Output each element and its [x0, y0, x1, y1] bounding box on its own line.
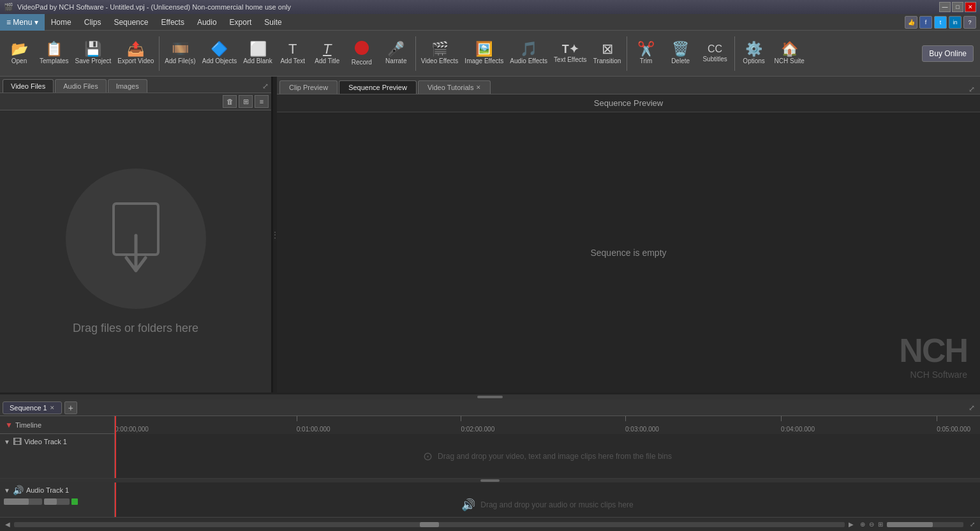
narrate-icon: 🎤 — [387, 42, 405, 56]
options-button[interactable]: ⚙️ Options — [738, 34, 771, 73]
menu-suite[interactable]: Suite — [258, 14, 288, 31]
help-button[interactable]: ? — [963, 16, 976, 29]
close-tutorials-icon[interactable]: ✕ — [476, 84, 481, 91]
video-effects-button[interactable]: 🎬 Video Effects — [419, 34, 461, 73]
ruler-mark-2: 0:02:00.000 — [461, 416, 494, 434]
trim-button[interactable]: ✂️ Trim — [630, 34, 663, 73]
audio-volume-slider[interactable] — [4, 498, 42, 505]
sequence-tab-1[interactable]: Sequence 1 ✕ — [3, 401, 62, 414]
preview-title: Sequence Preview — [277, 94, 980, 112]
trim-icon: ✂️ — [637, 42, 655, 56]
drop-text: Drag files or folders here — [73, 322, 198, 335]
timeline-scroll-right-icon[interactable]: ▶ — [849, 521, 854, 528]
export-video-button[interactable]: 📤 Export Video — [115, 34, 156, 73]
tab-video-files[interactable]: Video Files — [3, 79, 54, 93]
timeline-scrollbar[interactable] — [14, 522, 845, 527]
timeline-expand-icon[interactable]: ⤢ — [970, 521, 975, 528]
buy-online-container: Buy Online — [922, 45, 977, 62]
menu-export[interactable]: Export — [223, 14, 258, 31]
separator-1 — [159, 36, 160, 71]
ruler-mark-1: 0:01:00.000 — [297, 416, 330, 434]
nch-suite-button[interactable]: 🏠 NCH Suite — [772, 34, 807, 73]
save-project-button[interactable]: 💾 Save Project — [73, 34, 114, 73]
timeline-zoom-in-icon[interactable]: ⊕ — [860, 521, 865, 528]
audio-track-hint-icon: 🔊 — [461, 498, 475, 512]
audio-track-content: 🔊 Drag and drop your audio or music clip… — [115, 482, 980, 517]
ruler-mark-5: 0:05:00.000 — [937, 416, 970, 434]
narrate-label: Narrate — [385, 57, 406, 64]
delete-button[interactable]: 🗑️ Delete — [664, 34, 697, 73]
save-project-label: Save Project — [75, 57, 112, 64]
tab-sequence-preview[interactable]: Sequence Preview — [339, 80, 417, 94]
timeline-ruler: 0:00:00,000 0:01:00.000 0:02:00.000 0:03… — [115, 416, 980, 434]
timeline-scroll-left-icon[interactable]: ◀ — [5, 521, 10, 528]
menu-home[interactable]: Home — [45, 14, 78, 31]
linkedin-button[interactable]: in — [949, 16, 961, 29]
file-bin-toolbar: 🗑 ⊞ ≡ — [0, 93, 271, 110]
video-track-top: ▼ 🎞 Video Track 1 — [4, 437, 110, 447]
resize-dots — [477, 396, 503, 398]
buy-online-button[interactable]: Buy Online — [922, 45, 974, 62]
separator-3 — [627, 36, 627, 71]
thumbs-button[interactable]: 👍 — [905, 16, 917, 29]
resize-handle-vertical[interactable] — [0, 394, 980, 400]
add-blank-button[interactable]: ⬜ Add Blank — [241, 34, 275, 73]
maximize-button[interactable]: □ — [952, 2, 963, 12]
window-controls: — □ ✕ — [939, 2, 976, 12]
menu-audio[interactable]: Audio — [191, 14, 223, 31]
video-track-collapse[interactable]: ▼ — [4, 438, 10, 445]
add-objects-button[interactable]: 🔷 Add Objects — [200, 34, 239, 73]
window-title: VideoPad by NCH Software - Untitled.vpj … — [17, 3, 939, 11]
expand-filebin-icon[interactable]: ⤢ — [262, 82, 269, 91]
twitter-button[interactable]: t — [934, 16, 947, 29]
menu-clips[interactable]: Clips — [78, 14, 108, 31]
close-button[interactable]: ✕ — [965, 2, 976, 12]
timeline-section: Sequence 1 ✕ + ⤢ ▼ Timeline 0:00:00,000 … — [0, 400, 980, 531]
timeline-scroll-thumb — [420, 522, 439, 527]
video-effects-label: Video Effects — [421, 57, 459, 64]
text-effects-button[interactable]: T✦ Text Effects — [551, 34, 590, 73]
video-track-row: ▼ 🎞 Video Track 1 ⊙ Drag and drop your v… — [0, 434, 980, 479]
timeline-fit-icon[interactable]: ⊞ — [878, 521, 883, 528]
add-text-button[interactable]: T Add Text — [276, 34, 309, 73]
thumbnail-view-btn[interactable]: ⊞ — [239, 95, 253, 108]
image-effects-button[interactable]: 🖼️ Image Effects — [462, 34, 506, 73]
audio-pan-slider[interactable] — [44, 498, 70, 505]
tab-audio-files[interactable]: Audio Files — [55, 79, 106, 93]
tab-clip-preview[interactable]: Clip Preview — [279, 80, 338, 94]
zoom-slider[interactable] — [887, 522, 963, 527]
tab-images[interactable]: Images — [108, 79, 147, 93]
video-track-icon: 🎞 — [13, 437, 22, 447]
list-view-btn[interactable]: ≡ — [255, 95, 269, 108]
minimize-button[interactable]: — — [939, 2, 951, 12]
record-button[interactable]: Record — [345, 34, 378, 73]
timeline-zoom-out-icon[interactable]: ⊖ — [869, 521, 874, 528]
templates-button[interactable]: 📋 Templates — [37, 34, 71, 73]
menu-bar: ≡ Menu ▾ Home Clips Sequence Effects Aud… — [0, 14, 980, 31]
tab-video-tutorials[interactable]: Video Tutorials ✕ — [418, 80, 491, 94]
add-files-button[interactable]: 🎞️ Add File(s) — [162, 34, 198, 73]
menu-sequence[interactable]: Sequence — [107, 14, 154, 31]
drop-circle — [66, 168, 206, 309]
audio-track-collapse[interactable]: ▼ — [4, 487, 10, 494]
facebook-button[interactable]: f — [919, 16, 932, 29]
expand-preview-icon[interactable]: ⤢ — [969, 85, 975, 94]
subtitles-button[interactable]: CC Subtitles — [699, 34, 732, 73]
narrate-button[interactable]: 🎤 Narrate — [380, 34, 413, 73]
preview-tabs: Clip Preview Sequence Preview Video Tuto… — [277, 77, 980, 94]
audio-track-controls — [4, 498, 110, 505]
open-button[interactable]: 📂 Open — [3, 34, 36, 73]
file-bin-content: Drag files or folders here — [0, 110, 271, 393]
content-area: Video Files Audio Files Images ⤢ 🗑 ⊞ ≡ — [0, 77, 980, 531]
transition-button[interactable]: ⊠ Transition — [591, 34, 624, 73]
menu-effects[interactable]: Effects — [154, 14, 190, 31]
audio-track-label: ▼ 🔊 Audio Track 1 — [0, 482, 115, 517]
audio-effects-button[interactable]: 🎵 Audio Effects — [507, 34, 550, 73]
expand-timeline-icon[interactable]: ⤢ — [969, 403, 975, 412]
add-title-button[interactable]: T Add Title — [311, 34, 344, 73]
delete-file-btn[interactable]: 🗑 — [223, 95, 237, 108]
close-seq-icon[interactable]: ✕ — [50, 405, 55, 411]
menu-dropdown-button[interactable]: ≡ Menu ▾ — [0, 14, 45, 31]
timeline-header: ▼ Timeline 0:00:00,000 0:01:00.000 0:02:… — [0, 416, 980, 434]
add-sequence-button[interactable]: + — [64, 401, 77, 414]
